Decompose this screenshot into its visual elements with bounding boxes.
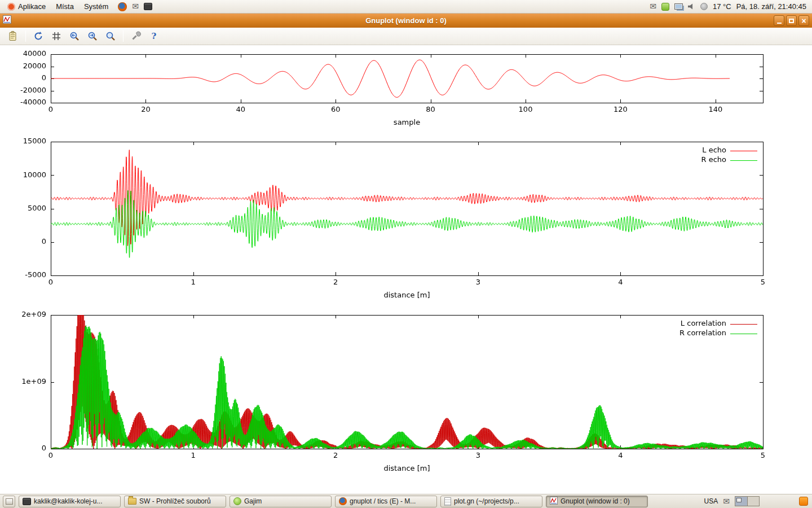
help-button[interactable]: ? <box>147 29 161 43</box>
mail-notification-icon[interactable] <box>723 497 730 506</box>
show-desktop-icon <box>6 498 13 505</box>
zoom-previous-icon <box>69 30 80 42</box>
svg-text:?: ? <box>152 31 157 41</box>
taskbar-window-gnuplot[interactable]: Gnuplot (window id : 0) <box>546 496 648 507</box>
gnuplot-canvas[interactable] <box>0 45 812 494</box>
gnuplot-toolbar: ? <box>0 28 812 45</box>
zoom-next-button[interactable] <box>85 29 100 43</box>
taskbar-window-firefox[interactable]: gnuplot / tics (E) - M... <box>335 496 437 507</box>
top-panel: Aplikace Místa Systém 17 °C Pá, 18. září… <box>0 0 812 14</box>
terminal-launcher-icon[interactable] <box>144 3 152 10</box>
maximize-button[interactable] <box>786 15 797 26</box>
taskbar-window-terminal[interactable]: kaklik@kaklik-kolej-u... <box>19 496 121 507</box>
mail-launcher-icon[interactable] <box>132 2 139 11</box>
wrench-icon <box>130 30 142 42</box>
clipboard-icon <box>7 30 19 42</box>
help-icon: ? <box>148 30 160 42</box>
taskbar-window-text-editor[interactable]: plot.gn (~/projects/p... <box>440 496 542 507</box>
configure-button[interactable] <box>129 29 143 43</box>
zoom-previous-button[interactable] <box>67 29 82 43</box>
trash-applet-icon[interactable] <box>799 497 808 506</box>
close-button[interactable]: × <box>798 15 809 26</box>
window-title: Gnuplot (window id : 0) <box>0 16 812 25</box>
keyboard-layout-indicator[interactable]: USA <box>704 497 718 505</box>
replot-button[interactable] <box>31 29 46 43</box>
maximize-icon <box>789 19 794 23</box>
gnuplot-icon <box>550 497 558 506</box>
taskbar-window-gajim[interactable]: Gajim <box>230 496 332 507</box>
menu-places[interactable]: Místa <box>51 0 79 13</box>
gnuplot-titlebar[interactable]: Gnuplot (window id : 0) × <box>0 14 812 28</box>
menu-places-label: Místa <box>56 2 74 11</box>
system-tray: 17 °C Pá, 18. září, 21:40:45 <box>650 2 810 11</box>
menu-system-label: Systém <box>84 2 108 11</box>
zoom-next-icon <box>87 30 98 42</box>
close-icon: × <box>801 17 806 25</box>
toggle-grid-button[interactable] <box>49 29 64 43</box>
panel-launchers <box>118 2 152 11</box>
volume-tray-icon[interactable] <box>688 3 695 10</box>
menu-applications[interactable]: Aplikace <box>2 0 51 13</box>
taskbar-right: USA <box>704 496 809 506</box>
firefox-launcher-icon[interactable] <box>118 2 127 11</box>
refresh-icon <box>33 30 44 42</box>
plot-area <box>0 45 812 494</box>
terminal-icon <box>23 498 31 505</box>
show-desktop-button[interactable] <box>3 496 15 507</box>
mail-tray-icon[interactable] <box>650 2 656 11</box>
copy-to-clipboard-button[interactable] <box>6 29 20 43</box>
text-editor-icon <box>444 497 451 506</box>
workspace-switcher[interactable] <box>735 496 760 506</box>
autoscale-icon <box>105 30 116 42</box>
menu-system[interactable]: Systém <box>79 0 113 13</box>
toolbar-separator <box>123 30 123 42</box>
clock-label[interactable]: Pá, 18. září, 21:40:45 <box>736 2 806 11</box>
temperature-label: 17 °C <box>713 2 731 11</box>
file-manager-icon <box>128 498 136 505</box>
grid-icon <box>51 30 62 42</box>
weather-tray-icon[interactable] <box>700 3 708 10</box>
minimize-button[interactable] <box>774 15 784 26</box>
minimize-icon <box>777 23 782 24</box>
updates-tray-icon[interactable] <box>661 3 669 11</box>
taskbar-window-file-manager[interactable]: SW - Prohlížeč souborů <box>124 496 226 507</box>
ubuntu-logo-icon <box>7 3 15 11</box>
desktop: Aplikace Místa Systém 17 °C Pá, 18. září… <box>0 0 812 508</box>
menu-applications-label: Aplikace <box>18 2 46 11</box>
workspace-1[interactable] <box>735 497 747 506</box>
autoscale-button[interactable] <box>103 29 118 43</box>
taskbar: kaklik@kaklik-kolej-u... SW - Prohlížeč … <box>0 494 812 508</box>
workspace-2[interactable] <box>747 497 759 506</box>
displays-tray-icon[interactable] <box>674 3 683 10</box>
gajim-icon <box>233 497 241 505</box>
toolbar-separator <box>25 30 26 42</box>
firefox-icon <box>339 497 347 505</box>
